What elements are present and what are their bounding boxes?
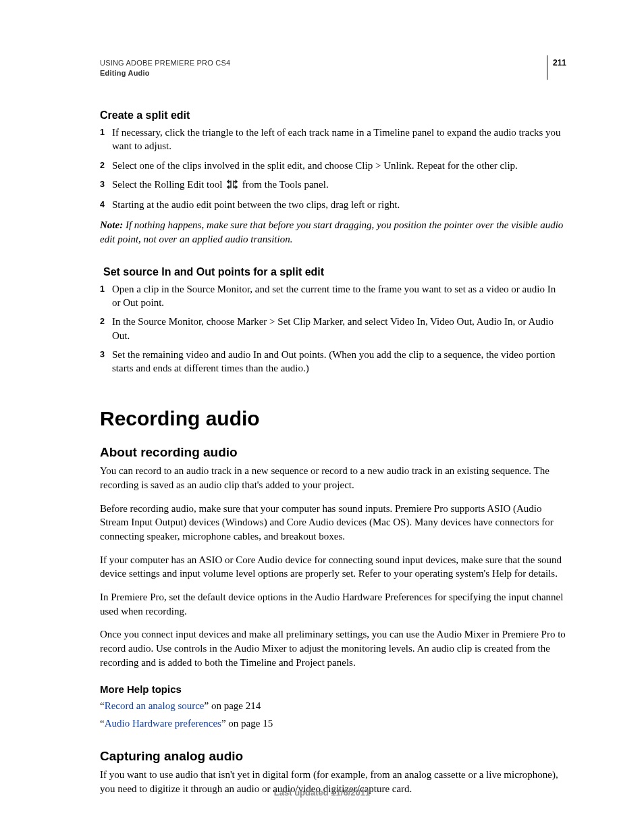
step-text: If necessary, click the triangle to the …: [112, 127, 561, 151]
quote-open: “: [100, 700, 105, 711]
running-header: USING ADOBE PREMIERE PRO CS4 Editing Aud…: [100, 58, 566, 80]
xref-tail: ” on page 15: [221, 718, 273, 729]
xref-line: “Audio Hardware preferences” on page 15: [100, 716, 566, 730]
step-text: Select one of the clips involved in the …: [112, 160, 518, 171]
step-item: Open a clip in the Source Monitor, and s…: [100, 282, 566, 310]
section-create-split-edit: Create a split edit If necessary, click …: [100, 109, 566, 246]
heading-capturing-analog-audio: Capturing analog audio: [100, 749, 566, 764]
quote-open: “: [100, 718, 105, 729]
note-text: If nothing happens, make sure that befor…: [100, 219, 563, 244]
heading-about-recording-audio: About recording audio: [100, 445, 566, 460]
paragraph: You can record to an audio track in a ne…: [100, 464, 566, 492]
footer-last-updated: Last updated 11/6/2011: [0, 787, 644, 798]
paragraph: Before recording audio, make sure that y…: [100, 502, 566, 544]
paragraph: In Premiere Pro, set the default device …: [100, 590, 566, 618]
steps-create-split-edit: If necessary, click the triangle to the …: [100, 126, 566, 211]
header-chapter-line: Editing Audio: [100, 68, 230, 78]
step-item: Select one of the clips involved in the …: [100, 159, 566, 172]
xref-tail: ” on page 214: [205, 700, 261, 711]
paragraph: If your computer has an ASIO or Core Aud…: [100, 553, 566, 581]
step-text-post: from the Tools panel.: [242, 179, 329, 190]
steps-set-source-in-out: Open a clip in the Source Monitor, and s…: [100, 282, 566, 375]
step-text: Starting at the audio edit point between…: [112, 199, 400, 210]
step-text: Set the remaining video and audio In and…: [112, 349, 556, 373]
page-number: 211: [547, 55, 566, 80]
xref-line: “Record an analog source” on page 214: [100, 699, 566, 712]
chapter-title: Recording audio: [100, 407, 566, 430]
page: USING ADOBE PREMIERE PRO CS4 Editing Aud…: [0, 0, 644, 834]
rolling-edit-tool-icon: [226, 179, 238, 192]
paragraph: Once you connect input devices and make …: [100, 627, 566, 669]
step-text: In the Source Monitor, choose Marker > S…: [112, 316, 554, 340]
heading-create-split-edit: Create a split edit: [100, 109, 566, 122]
step-text: Open a clip in the Source Monitor, and s…: [112, 284, 556, 308]
step-item: Starting at the audio edit point between…: [100, 198, 566, 211]
step-item: If necessary, click the triangle to the …: [100, 126, 566, 153]
section-set-source-in-out: Set source In and Out points for a split…: [100, 266, 566, 375]
heading-set-source-in-out: Set source In and Out points for a split…: [100, 266, 566, 278]
xref-link-record-analog-source[interactable]: Record an analog source: [105, 700, 205, 711]
header-left: USING ADOBE PREMIERE PRO CS4 Editing Aud…: [100, 58, 230, 78]
step-item: Select the Rolling Edit tool: [100, 178, 566, 192]
section-about-recording-audio: About recording audio You can record to …: [100, 445, 566, 730]
xref-link-audio-hardware-preferences[interactable]: Audio Hardware preferences: [105, 718, 221, 729]
step-item: In the Source Monitor, choose Marker > S…: [100, 315, 566, 342]
note: Note: If nothing happens, make sure that…: [100, 218, 566, 246]
header-product-line: USING ADOBE PREMIERE PRO CS4: [100, 58, 230, 68]
step-text-pre: Select the Rolling Edit tool: [112, 179, 225, 190]
note-label: Note:: [100, 219, 123, 230]
step-item: Set the remaining video and audio In and…: [100, 348, 566, 375]
more-help-heading: More Help topics: [100, 683, 566, 695]
